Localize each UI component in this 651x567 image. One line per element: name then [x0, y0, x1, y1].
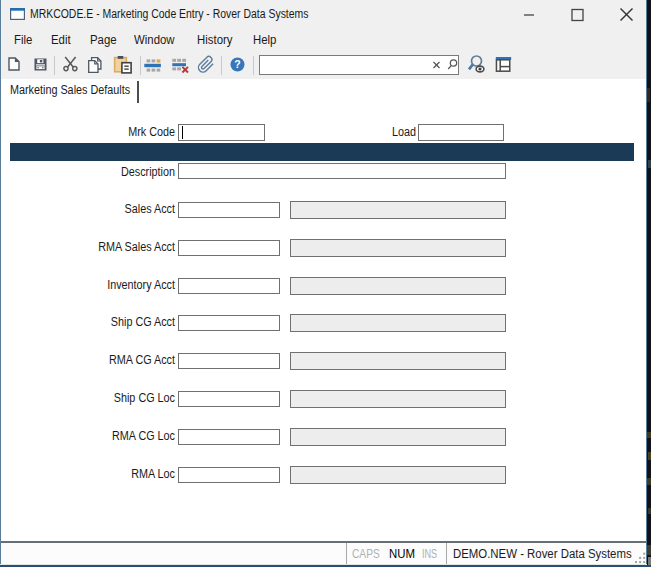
svg-text:?: ? [234, 58, 240, 70]
